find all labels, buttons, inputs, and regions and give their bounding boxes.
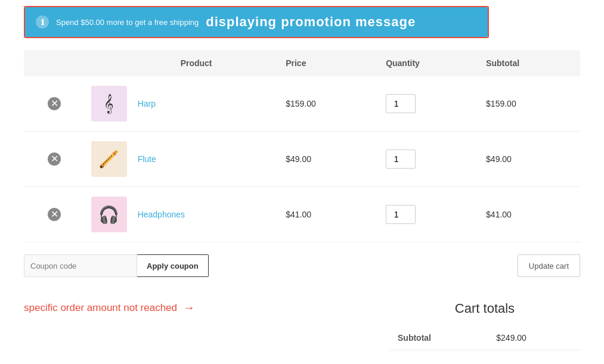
remove-cell: ✕ bbox=[24, 132, 85, 187]
product-link-harp[interactable]: Harp bbox=[138, 99, 156, 108]
promo-large-text: displaying promotion message bbox=[206, 14, 416, 30]
remove-cell: ✕ bbox=[24, 187, 85, 242]
product-thumb-headphones: 🎧 bbox=[91, 197, 127, 232]
col-header-price: Price bbox=[280, 50, 380, 76]
cart-totals-title: Cart totals bbox=[389, 301, 580, 316]
price-cell-headphones: $41.00 bbox=[280, 187, 380, 242]
promo-banner-outer: ℹ Spend $50.00 more to get a free shippi… bbox=[24, 6, 489, 38]
coupon-row: Apply coupon Update cart bbox=[24, 254, 580, 277]
qty-input-flute[interactable] bbox=[386, 150, 416, 169]
subtotal-cell-headphones: $41.00 bbox=[480, 187, 580, 242]
product-cell-flute: 🪈 Flute bbox=[85, 132, 280, 187]
product-thumb-harp: 𝄞 bbox=[91, 86, 127, 122]
qty-input-headphones[interactable] bbox=[386, 205, 416, 224]
warning-text: specific order amount not reached bbox=[24, 302, 177, 314]
subtotal-value: $249.00 bbox=[488, 326, 580, 350]
cart-table: Product Price Quantity Subtotal ✕ 𝄞 Harp… bbox=[24, 50, 580, 242]
col-header-quantity: Quantity bbox=[380, 50, 480, 76]
table-row: ✕ 🪈 Flute $49.00 $49.00 bbox=[24, 132, 580, 187]
arrow-icon: → bbox=[183, 301, 195, 315]
totals-table: Subtotal $249.00 bbox=[389, 326, 580, 350]
apply-coupon-button[interactable]: Apply coupon bbox=[137, 254, 209, 277]
product-link-headphones[interactable]: Headphones bbox=[138, 210, 185, 219]
subtotal-row: Subtotal $249.00 bbox=[389, 326, 580, 350]
qty-cell-headphones bbox=[380, 187, 480, 242]
qty-input-harp[interactable] bbox=[386, 94, 416, 113]
remove-button-harp[interactable]: ✕ bbox=[48, 97, 61, 110]
table-row: ✕ 𝄞 Harp $159.00 $159.00 bbox=[24, 76, 580, 132]
remove-cell: ✕ bbox=[24, 76, 85, 132]
product-cell-headphones: 🎧 Headphones bbox=[85, 187, 280, 242]
remove-button-flute[interactable]: ✕ bbox=[48, 153, 61, 166]
bottom-area: specific order amount not reached → Cart… bbox=[24, 295, 580, 350]
info-icon: ℹ bbox=[36, 15, 49, 29]
table-header-row: Product Price Quantity Subtotal bbox=[24, 50, 580, 76]
col-header-subtotal: Subtotal bbox=[480, 50, 580, 76]
col-header-product: Product bbox=[85, 50, 280, 76]
subtotal-cell-harp: $159.00 bbox=[480, 76, 580, 132]
table-row: ✕ 🎧 Headphones $41.00 $41.00 bbox=[24, 187, 580, 242]
qty-cell-harp bbox=[380, 76, 480, 132]
update-cart-button[interactable]: Update cart bbox=[518, 254, 580, 277]
price-cell-flute: $49.00 bbox=[280, 132, 380, 187]
product-cell-harp: 𝄞 Harp bbox=[85, 76, 280, 132]
subtotal-label: Subtotal bbox=[389, 326, 488, 350]
col-header-remove bbox=[24, 50, 85, 76]
price-cell-harp: $159.00 bbox=[280, 76, 380, 132]
subtotal-cell-flute: $49.00 bbox=[480, 132, 580, 187]
cart-totals-section: Cart totals Subtotal $249.00 bbox=[389, 301, 580, 350]
qty-cell-flute bbox=[380, 132, 480, 187]
coupon-left: Apply coupon bbox=[24, 254, 209, 277]
remove-button-headphones[interactable]: ✕ bbox=[48, 208, 61, 221]
promo-banner: ℹ Spend $50.00 more to get a free shippi… bbox=[25, 7, 488, 37]
product-thumb-flute: 🪈 bbox=[91, 141, 127, 177]
order-warning: specific order amount not reached → bbox=[24, 301, 195, 315]
promo-small-text: Spend $50.00 more to get a free shipping bbox=[56, 18, 199, 27]
coupon-input[interactable] bbox=[24, 254, 137, 277]
product-link-flute[interactable]: Flute bbox=[138, 154, 156, 164]
